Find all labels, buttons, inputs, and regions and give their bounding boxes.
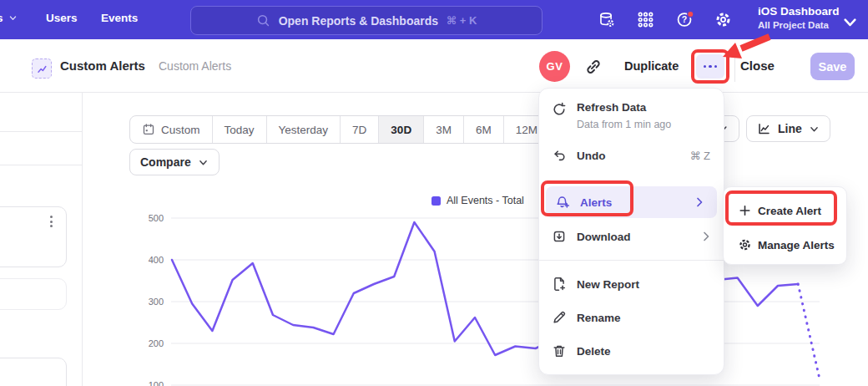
date-range-custom[interactable]: Custom <box>130 116 212 143</box>
chart-legend[interactable]: All Events - Total <box>431 195 524 206</box>
date-range-7d[interactable]: 7D <box>340 116 378 143</box>
svg-text:200: 200 <box>149 338 164 348</box>
legend-label: All Events - Total <box>447 195 524 206</box>
svg-text:100: 100 <box>149 380 164 386</box>
date-range-label: Custom <box>161 124 200 136</box>
report-header: Custom Alerts Custom Alerts <box>0 39 868 93</box>
compare-label: Compare <box>140 155 191 169</box>
submenu-item-label: Manage Alerts <box>758 239 835 251</box>
save-button[interactable]: Save <box>810 53 855 80</box>
page-title: Custom Alerts <box>60 58 145 73</box>
breadcrumb: Custom Alerts <box>159 59 231 73</box>
chevron-down-icon <box>809 124 820 135</box>
context-menu: Refresh Data Data from 1 min ago Undo ⌘ … <box>538 88 724 375</box>
menu-item-alerts[interactable]: Alerts <box>546 186 717 218</box>
copy-link-icon[interactable] <box>584 58 603 76</box>
more-options-button[interactable] <box>696 54 724 79</box>
sidebar-card[interactable] <box>0 358 67 386</box>
menu-item-label: Alerts <box>580 196 612 209</box>
top-nav: s Users Events Open Reports & Dashboards… <box>0 0 868 39</box>
search-icon <box>256 13 270 28</box>
submenu-item-create-alert[interactable]: Create Alert <box>724 196 846 226</box>
help-icon[interactable]: ? <box>676 11 694 28</box>
date-range-today[interactable]: Today <box>212 116 266 143</box>
kebab-menu-icon[interactable] <box>50 216 53 227</box>
line-chart-icon <box>757 122 771 136</box>
submenu-item-label: Create Alert <box>758 205 821 217</box>
project-switcher[interactable]: iOS Dashboard All Project Data <box>758 4 840 31</box>
chart-type-label: Line <box>778 122 802 135</box>
menu-item-refresh-data[interactable]: Refresh Data Data from 1 min ago <box>539 94 724 135</box>
header-divider <box>734 52 735 82</box>
menu-item-label: Delete <box>577 345 611 358</box>
menu-item-label: Rename <box>577 312 621 324</box>
undo-icon <box>552 148 567 163</box>
chevron-down-icon <box>198 157 209 168</box>
data-management-icon[interactable] <box>598 11 615 28</box>
settings-gear-icon[interactable] <box>714 11 732 28</box>
legend-swatch <box>431 196 441 206</box>
search-shortcut: ⌘ + K <box>447 14 477 27</box>
duplicate-button[interactable]: Duplicate <box>624 59 679 73</box>
close-button[interactable]: Close <box>740 58 775 73</box>
menu-shortcut: ⌘ Z <box>689 150 710 162</box>
date-range-6m[interactable]: 6M <box>463 116 503 143</box>
menu-item-label: Download <box>577 231 631 243</box>
menu-item-label: Refresh Data <box>577 101 646 114</box>
date-range-yesterday[interactable]: Yesterday <box>266 116 341 143</box>
submenu-item-manage-alerts[interactable]: Manage Alerts <box>724 231 846 259</box>
menu-item-new-report[interactable]: New Report <box>539 268 724 300</box>
sidebar-card[interactable] <box>0 278 67 310</box>
apps-grid-icon[interactable] <box>637 11 654 28</box>
menu-item-download[interactable]: Download <box>539 221 724 251</box>
search-placeholder: Open Reports & Dashboards <box>279 14 438 28</box>
pencil-icon <box>552 310 567 325</box>
sidebar-row[interactable] <box>0 92 82 132</box>
avatar[interactable]: GV <box>539 51 570 82</box>
sidebar-card[interactable] <box>0 206 67 267</box>
chevron-right-icon <box>692 195 707 210</box>
calendar-icon <box>142 123 155 136</box>
compare-button[interactable]: Compare <box>129 149 220 175</box>
svg-text:500: 500 <box>149 213 164 223</box>
project-scope: All Project Data <box>758 19 840 31</box>
new-report-icon <box>552 277 567 292</box>
nav-item-boards-partial[interactable]: s <box>0 12 18 24</box>
download-icon <box>552 229 567 244</box>
alerts-submenu: Create Alert Manage Alerts <box>723 186 847 265</box>
chevron-right-icon <box>699 229 714 244</box>
date-range-picker: Custom Today Yesterday 7D 30D 3M 6M 12M <box>129 115 550 144</box>
svg-text:?: ? <box>682 14 687 24</box>
sidebar-row[interactable] <box>0 131 82 165</box>
report-type-icon <box>32 58 52 79</box>
nav-partial-label: s <box>0 12 3 24</box>
menu-item-undo[interactable]: Undo ⌘ Z <box>539 140 724 170</box>
chevron-down-icon[interactable] <box>841 13 859 31</box>
gear-icon <box>738 238 752 252</box>
chart-type-button[interactable]: Line <box>746 115 830 142</box>
bell-plus-icon <box>555 195 570 210</box>
menu-item-delete[interactable]: Delete <box>539 335 724 367</box>
date-range-3m[interactable]: 3M <box>423 116 463 143</box>
plus-icon <box>738 204 752 218</box>
menu-divider <box>539 260 724 261</box>
sidebar-divider <box>82 92 83 386</box>
nav-item-users[interactable]: Users <box>46 12 78 24</box>
svg-text:400: 400 <box>149 255 164 265</box>
menu-item-sublabel: Data from 1 min ago <box>577 119 671 130</box>
date-range-30d[interactable]: 30D <box>378 116 423 143</box>
global-search-input[interactable]: Open Reports & Dashboards ⌘ + K <box>190 6 542 35</box>
menu-item-rename[interactable]: Rename <box>539 302 724 333</box>
nav-item-events[interactable]: Events <box>101 12 138 24</box>
refresh-icon <box>552 102 567 117</box>
chevron-down-icon <box>8 13 18 23</box>
svg-text:300: 300 <box>149 297 164 307</box>
project-name: iOS Dashboard <box>758 4 840 19</box>
menu-item-label: New Report <box>577 278 639 291</box>
insights-chart-icon <box>36 63 48 75</box>
app-window: 500400300200100 All Events - Total Custo… <box>0 0 868 386</box>
trash-icon <box>552 343 567 358</box>
menu-item-label: Undo <box>577 150 606 162</box>
